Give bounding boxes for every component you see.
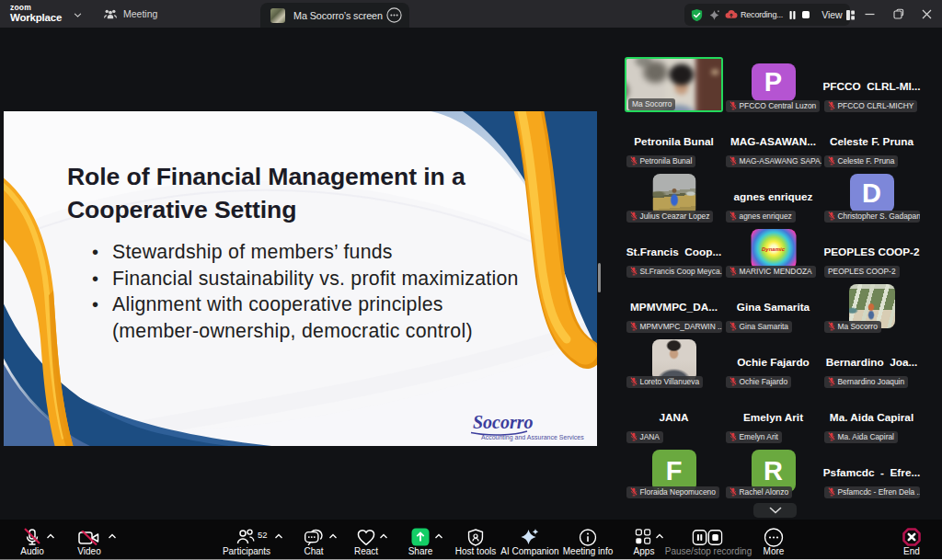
svg-text:Socorro: Socorro <box>473 412 534 432</box>
svg-text:Accounting and Assurance Servi: Accounting and Assurance Services <box>481 434 584 441</box>
